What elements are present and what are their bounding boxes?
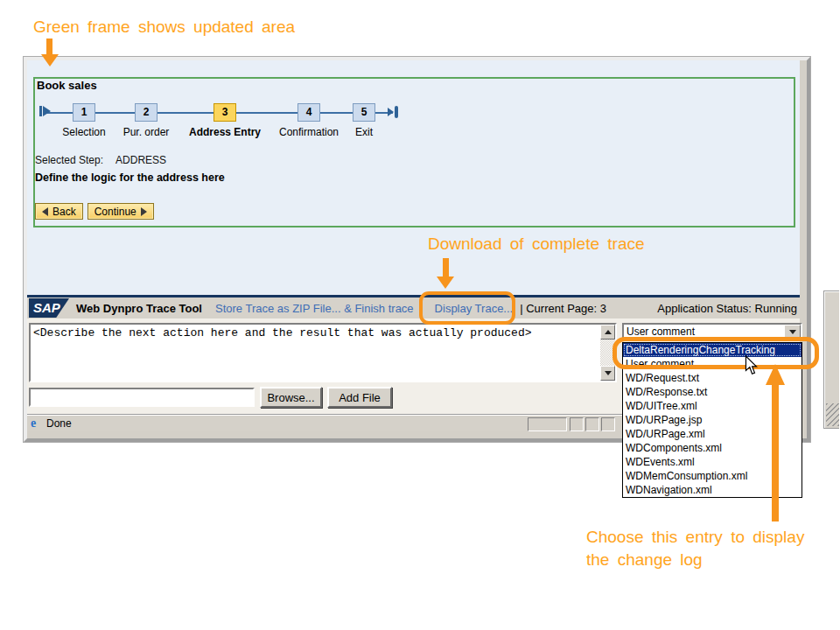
back-arrow-icon	[42, 207, 48, 216]
scroll-down-icon[interactable]	[600, 366, 615, 381]
back-button[interactable]: Back	[35, 203, 83, 220]
annotation-green-frame: Green frame shows updated area	[33, 18, 295, 37]
annotation-download-trace: Download of complete trace	[428, 234, 645, 254]
highlight-ring-display-trace	[419, 291, 515, 325]
continue-arrow-icon	[141, 207, 147, 216]
window-edge-scrollbar-fragment[interactable]	[823, 290, 839, 429]
roadmap-step-number[interactable]: 3	[214, 103, 236, 122]
continue-button[interactable]: Continue	[88, 203, 154, 220]
statusbar-panel	[585, 417, 599, 431]
current-page-info: | Current Page: 3	[520, 302, 606, 315]
statusbar-panel	[570, 417, 584, 431]
trace-toolbar: SAP Web Dynpro Trace Tool Store Trace as…	[27, 295, 800, 318]
nav-button-row: Back Continue	[35, 203, 154, 220]
instruction-text: Define the logic for the address here	[35, 172, 225, 184]
application-status: Application Status: Running	[657, 302, 797, 315]
roadmap-step-address-entry[interactable]: 3Address Entry	[177, 103, 273, 138]
ie-icon: e	[31, 417, 43, 430]
toolbar-title: Web Dynpro Trace Tool	[76, 302, 202, 315]
sap-logo: SAP	[29, 298, 69, 318]
mouse-cursor-icon	[745, 355, 759, 376]
comment-text: <Describe the next action here and the r…	[33, 326, 598, 340]
store-trace-link[interactable]: Store Trace as ZIP File... & Finish trac…	[215, 302, 414, 315]
annotation-arrow-download-head	[437, 276, 454, 289]
roadmap-step-number[interactable]: 5	[353, 103, 375, 122]
window-body: Book sales 1Selection2Pur. order3Address…	[27, 60, 800, 431]
statusbar-panel	[528, 417, 567, 431]
scroll-up-icon[interactable]	[600, 325, 615, 340]
annotation-arrow-up-line	[772, 383, 779, 522]
roadmap-step-label: Exit	[316, 126, 412, 138]
selected-step-line: Selected Step:ADDRESS	[35, 154, 166, 166]
app-title: Book sales	[37, 79, 97, 92]
selected-step-value: ADDRESS	[116, 154, 166, 166]
back-button-label: Back	[52, 206, 76, 218]
roadmap-step-number[interactable]: 2	[135, 103, 158, 122]
add-file-button[interactable]: Add File	[327, 387, 392, 408]
annotation-arrow-top-head	[41, 54, 59, 66]
resize-grip-icon	[826, 403, 839, 426]
comment-textarea[interactable]: <Describe the next action here and the r…	[29, 323, 617, 382]
wd-app-area: Book sales 1Selection2Pur. order3Address…	[27, 60, 800, 295]
annotation-arrow-up-head	[766, 364, 785, 385]
dropdown-selected-value: User comment	[626, 326, 695, 338]
annotation-arrow-top-line	[46, 38, 52, 55]
file-path-input[interactable]	[29, 388, 255, 407]
app-window: Book sales 1Selection2Pur. order3Address…	[24, 57, 810, 442]
annotation-arrow-download-line	[443, 258, 449, 277]
statusbar-text: Done	[46, 417, 72, 430]
highlight-ring-list-entry	[612, 337, 819, 369]
screenshot-canvas: Green frame shows updated area Book sale…	[0, 0, 840, 630]
selected-step-label: Selected Step:	[35, 154, 103, 166]
continue-button-label: Continue	[94, 206, 136, 218]
browse-button[interactable]: Browse...	[260, 387, 322, 408]
roadmap-step-label: Address Entry	[177, 126, 273, 138]
annotation-choose-entry: Choose this entry to display the change …	[586, 526, 831, 571]
roadmap-step-exit[interactable]: 5Exit	[316, 103, 412, 138]
roadmap-step-number[interactable]: 1	[73, 103, 95, 122]
statusbar-panel	[601, 417, 615, 431]
